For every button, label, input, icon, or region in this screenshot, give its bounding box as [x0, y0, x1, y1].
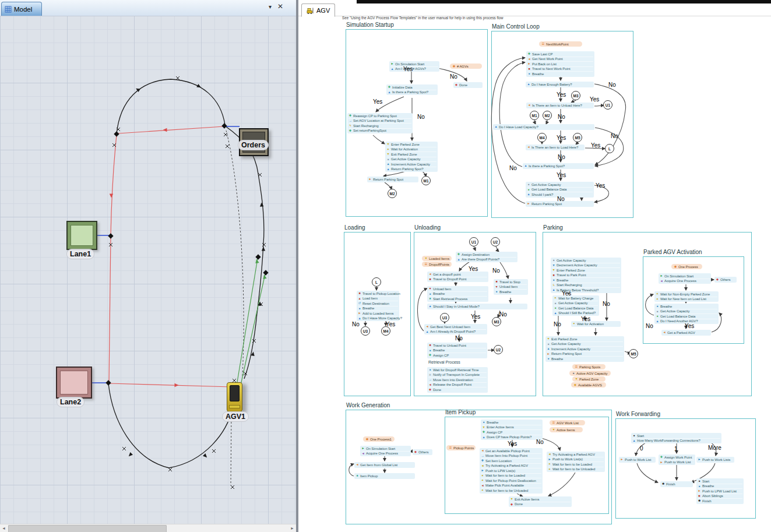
activity-row[interactable]: ●Get Active Capacity — [656, 309, 717, 315]
connector-U3[interactable]: U3 — [361, 326, 370, 336]
activity-row[interactable]: ●Get Active Capacity — [386, 157, 436, 163]
connector-U3[interactable]: U3 — [440, 313, 449, 322]
connector-M3[interactable]: M3 — [492, 317, 501, 326]
activity-row[interactable]: ▼Loaded Items — [424, 256, 449, 261]
activity-row[interactable]: ✱Finish — [661, 482, 692, 487]
activity-row[interactable]: ●Get Active Capacity — [527, 182, 593, 188]
activity-row[interactable]: ◆Done — [428, 387, 487, 392]
activity-row[interactable]: ▲Should I Still Be Parked? — [554, 311, 598, 316]
connector-M2[interactable]: M2 — [543, 111, 552, 120]
activity-wg1[interactable]: ►On Simulation Start◄Acquire One Process — [360, 446, 411, 456]
activity-row[interactable]: ►Push to Work List(s) — [548, 457, 604, 463]
activity-row[interactable]: ✚Set returnParkingSpot — [348, 129, 411, 133]
activity-row[interactable]: ★Start Retrieval Process — [428, 297, 487, 301]
activity-row[interactable]: ●Get Load Balance Data — [656, 314, 717, 319]
activity-mc6[interactable]: ▲Is there a Parking Spot? — [523, 163, 594, 169]
activity-ul3[interactable]: ■Travel to Stop▼Unload Item●Breathe — [494, 279, 528, 295]
activity-row[interactable]: ►Push to Work List — [620, 457, 654, 462]
activity-wf3[interactable]: ✚Assign Work Point►Push to Work List — [659, 455, 695, 465]
activity-wg-others[interactable]: ◆Others — [413, 449, 432, 455]
activity-ld1[interactable]: ■Travel to Pickup Location▲Load Item↺Res… — [357, 291, 399, 321]
activity-row[interactable]: ◄Release the Dropoff Point — [428, 383, 487, 388]
activity-wf1[interactable]: ●Start▲How Many WorkForwarding Connectio… — [631, 433, 721, 443]
resource-pk-parked-zone[interactable]: ▼Parked Zone — [572, 376, 605, 382]
activity-row[interactable]: ✦Wait for Activation — [386, 147, 436, 153]
activity-ip4[interactable]: ▼Exit Active Items◆Done — [509, 496, 572, 507]
activity-pa1[interactable]: ►On Simulation Start◄Acquire One Process — [659, 273, 711, 284]
process-flow-canvas[interactable]: Simulation StartupMain Control LoopLoadi… — [0, 0, 771, 532]
connector-U2[interactable]: U2 — [494, 345, 503, 354]
activity-pa2[interactable]: ✦Wait for Non-Empty Parked Zone✦Wait for… — [654, 291, 719, 302]
activity-row[interactable]: →Set AGV Location at Parking Spot — [348, 119, 411, 124]
activity-row[interactable]: ☰NextWorkPoint — [541, 42, 569, 47]
activity-row[interactable]: ✚Assign Destination — [457, 252, 516, 258]
activity-row[interactable]: ◄Get Item from Global List — [355, 463, 414, 467]
resource-wg-one-process1[interactable]: ◉One Process1 — [363, 436, 395, 442]
activity-mc4[interactable]: ▲Do I Have Load Capacity? — [493, 124, 594, 130]
activity-wf5[interactable]: ✱Finish — [660, 481, 693, 487]
resource-mc-nextworkpoint[interactable]: ☰NextWorkPoint — [539, 41, 582, 47]
activity-row[interactable]: ●Breathe — [428, 292, 487, 297]
activity-row[interactable]: ☰Parking Spots — [575, 365, 600, 369]
activity-row[interactable]: ►On Simulation Start — [660, 274, 710, 279]
activity-row[interactable]: ▼Enter Parked Zone — [552, 268, 620, 273]
activity-row[interactable]: ▲How Many WorkForwarding Connections? — [632, 439, 720, 443]
activity-row[interactable]: ✚Save Last CP — [527, 52, 593, 57]
activity-row[interactable]: ►Push to LPW Load List — [698, 489, 742, 494]
activity-wf6[interactable]: ●Start●Breathe►Push to LPW Load List✖Abo… — [696, 478, 744, 504]
activity-row[interactable]: ■Travel to Unload Point — [428, 343, 486, 348]
activity-row[interactable]: ■Travel to Next Work Point — [527, 67, 593, 72]
connector-L[interactable]: L — [372, 277, 381, 287]
activity-pa4[interactable]: ◄Get a Parked AGV — [661, 330, 711, 336]
activity-row[interactable]: ●Get Active Capacity — [554, 301, 598, 306]
activity-row[interactable]: ▼Active Items — [552, 428, 575, 432]
activity-row[interactable]: ↺Reset Destination — [358, 301, 398, 306]
activity-row[interactable]: ✱Finish — [698, 499, 742, 503]
activity-row[interactable]: ◆Available AGVS — [573, 383, 602, 387]
activity-pa-others[interactable]: ◆Others — [714, 277, 737, 283]
activity-row[interactable]: ☰AGV Work List — [552, 421, 579, 425]
activity-row[interactable]: ▲Do I Have More Capacity? — [358, 316, 398, 321]
activity-row[interactable]: ◄Try Activating a Parked AGV — [481, 464, 541, 469]
activity-row[interactable]: ►Push to Work Lists — [698, 457, 733, 462]
activity-row[interactable]: ✦Wait for Item to be Loaded — [548, 462, 604, 467]
activity-row[interactable]: ★Item Pickup — [355, 474, 414, 478]
activity-row[interactable]: ☰DropoffPoints — [424, 262, 449, 267]
activity-row[interactable]: ▼Parked Zone — [575, 377, 599, 382]
activity-row[interactable]: ◄Get an Available Pickup Point — [481, 449, 541, 454]
tab-agv[interactable]: AGV — [301, 3, 335, 17]
activity-row[interactable]: ▼Enter Parked Zone — [386, 142, 436, 147]
resource-pk-active-agv-capacity[interactable]: ●Active AGV Capacity — [569, 371, 611, 376]
activity-row[interactable]: ✳Notify of Transport In Complete — [428, 373, 487, 378]
activity-row[interactable]: ►Push to Work List — [660, 460, 694, 465]
connector-M5[interactable]: M5 — [573, 133, 582, 142]
activity-row[interactable]: ►On Simulation Start — [361, 446, 410, 452]
activity-row[interactable]: ►Return Parking Spot — [527, 202, 593, 206]
activity-row[interactable]: ●Get Active Capacity — [547, 342, 623, 347]
activity-row[interactable]: ✦Wait for Pickup Point Deallocation — [481, 478, 541, 484]
activity-row[interactable]: ◆Others — [716, 277, 735, 282]
activity-row[interactable]: ●Get Load Balance Data — [554, 306, 598, 311]
activity-row[interactable]: ◄Acquire One Process — [361, 452, 410, 456]
activity-ul6[interactable]: ◄Get Best Next Unload Item▲Am I Already … — [424, 324, 487, 334]
activity-row[interactable]: ●Breathe — [656, 304, 717, 309]
activity-row[interactable]: ◄Try Activating a Parked AGV — [548, 452, 604, 457]
activity-row[interactable]: ◄Get Next Work Point — [527, 57, 593, 62]
activity-row[interactable]: ▲Load Item — [358, 297, 398, 302]
activity-mc5[interactable]: ◄Is There an Item to Load Here? — [526, 145, 585, 150]
activity-ss5[interactable]: ►Return Parking Spot — [367, 177, 418, 182]
connector-U2[interactable]: U2 — [491, 237, 500, 246]
activity-row[interactable]: ▲Increment Active Capacity — [386, 162, 436, 167]
connector-M4[interactable]: M4 — [537, 133, 547, 142]
activity-ul4[interactable]: ▼Unload Item●Breathe★Start Retrieval Pro… — [427, 286, 488, 302]
activity-row[interactable]: ◆Done — [455, 83, 481, 87]
activity-row[interactable]: ●Breathe — [527, 72, 593, 76]
activity-row[interactable]: ▼Decrement Active Capacity — [552, 263, 620, 269]
resource-ul-loaded-items[interactable]: ▼Loaded Items — [422, 256, 452, 261]
activity-row[interactable]: ●Get Load Balance Data — [527, 188, 593, 193]
resource-ul-dropoffpoints[interactable]: ☰DropoffPoints — [422, 262, 452, 267]
activity-row[interactable]: ●Breathe — [552, 278, 620, 283]
activity-row[interactable]: ●Breathe — [358, 306, 398, 312]
activity-row[interactable]: ✖Abort Siblings — [698, 494, 742, 499]
connector-M5[interactable]: M5 — [629, 349, 638, 358]
